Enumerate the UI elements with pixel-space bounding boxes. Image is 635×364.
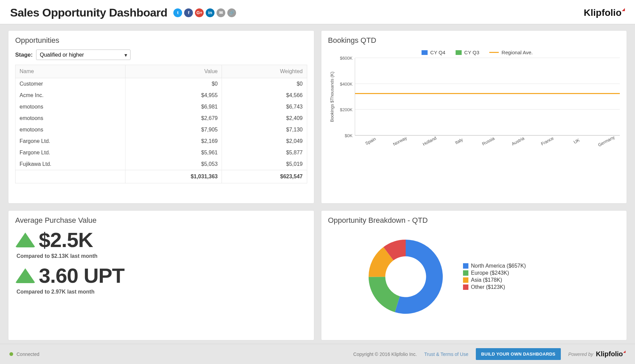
cell-weighted: $7,130	[222, 124, 307, 135]
share-icons: tfG+in✉🔗	[173, 8, 236, 17]
powered-by-label: Powered by	[568, 352, 593, 357]
cell-weighted: $4,566	[222, 90, 307, 101]
bookings-ylabel: Bookings $Thousands (K)	[328, 50, 335, 144]
page-title: Sales Opportunity Dashboard	[10, 6, 167, 19]
x-tick: Norway	[388, 133, 412, 149]
bookings-plot: $0K$200K$400K$600K	[335, 58, 620, 135]
cell-name: emotoons	[16, 113, 125, 124]
legend-item[interactable]: CY Q4	[422, 50, 445, 55]
trend-up-icon	[15, 233, 35, 247]
brand-logo-small: Klipfolio	[596, 350, 626, 358]
stage-select[interactable]: Qualified or higher	[36, 50, 131, 60]
terms-link[interactable]: Trust & Terms of Use	[424, 352, 468, 357]
total-weighted: $623,547	[222, 170, 307, 183]
legend-item[interactable]: North America ($657K)	[463, 263, 526, 269]
apv-compare-1: Compared to $2.13K last month	[17, 253, 307, 259]
dashboard-grid: Opportunities Stage: Qualified or higher…	[0, 24, 635, 344]
trend-up-icon	[15, 268, 35, 283]
build-dashboards-button[interactable]: BUILD YOUR OWN DASHBOARDS	[476, 348, 561, 360]
cell-name: Fargone Ltd.	[16, 135, 125, 147]
breakdown-title: Opportunity Breakdown - QTD	[328, 216, 620, 225]
link-icon[interactable]: 🔗	[227, 8, 236, 17]
cell-value: $2,169	[125, 135, 222, 147]
cell-value: $4,955	[125, 90, 222, 101]
connected-indicator-icon	[9, 352, 13, 356]
cell-weighted: $5,877	[222, 147, 307, 158]
total-value: $1,031,363	[125, 170, 222, 183]
cell-weighted: $0	[222, 78, 307, 90]
top-bar: Sales Opportunity Dashboard tfG+in✉🔗 Kli…	[0, 0, 635, 24]
x-tick: Spain	[359, 133, 382, 149]
copyright-text: Copyright © 2016 Klipfolio Inc.	[353, 352, 417, 357]
table-row[interactable]: Fujikawa Ltd.$5,053$5,019	[16, 158, 307, 170]
linkedin-icon[interactable]: in	[206, 8, 214, 17]
table-row[interactable]: Acme Inc.$4,955$4,566	[16, 90, 307, 101]
apv-title: Average Purchase Value	[15, 216, 307, 225]
x-tick: Italy	[447, 133, 471, 149]
googleplus-icon[interactable]: G+	[195, 8, 204, 17]
x-tick: Austria	[506, 133, 530, 149]
legend-item[interactable]: Other ($123K)	[463, 284, 526, 290]
table-row[interactable]: Fargone Ltd.$2,169$2,049	[16, 135, 307, 147]
cell-weighted: $2,409	[222, 113, 307, 124]
breakdown-legend: North America ($657K)Europe ($243K)Asia …	[463, 262, 526, 291]
reference-line	[355, 93, 620, 94]
apv-value-1: $2.5K	[39, 230, 93, 250]
x-tick: Russia	[477, 133, 500, 149]
bookings-title: Bookings QTD	[328, 36, 620, 45]
apv-value-2: 3.60 UPT	[39, 265, 124, 286]
cell-value: $7,905	[125, 124, 222, 135]
footer-bar: Connected Copyright © 2016 Klipfolio Inc…	[0, 344, 635, 364]
cell-value: $0	[125, 78, 222, 90]
opportunities-title: Opportunities	[15, 36, 307, 45]
cell-name: emotoons	[16, 101, 125, 113]
table-row[interactable]: Fargone Ltd.$5,961$5,877	[16, 147, 307, 158]
legend-item[interactable]: Europe ($243K)	[463, 270, 526, 276]
col-name[interactable]: Name	[16, 65, 125, 78]
apv-compare-2: Compared to 2.97K last month	[17, 289, 307, 295]
legend-item[interactable]: CY Q3	[456, 50, 480, 55]
cell-value: $2,679	[125, 113, 222, 124]
legend-item[interactable]: Regional Ave.	[489, 50, 532, 55]
twitter-icon[interactable]: t	[173, 8, 182, 17]
cell-name: Fujikawa Ltd.	[16, 158, 125, 170]
cell-value: $6,981	[125, 101, 222, 113]
email-icon[interactable]: ✉	[217, 8, 225, 17]
col-value[interactable]: Value	[125, 65, 222, 78]
cell-value: $5,053	[125, 158, 222, 170]
bookings-legend: CY Q4CY Q3Regional Ave.	[335, 50, 620, 55]
opportunities-table: Name Value Weighted Customer$0$0Acme Inc…	[15, 65, 307, 183]
x-tick: France	[536, 133, 559, 149]
table-row[interactable]: emotoons$2,679$2,409	[16, 113, 307, 124]
cell-weighted: $2,049	[222, 135, 307, 147]
cell-weighted: $5,019	[222, 158, 307, 170]
apv-card: Average Purchase Value $2.5K Compared to…	[8, 210, 314, 341]
table-row[interactable]: Customer$0$0	[16, 78, 307, 90]
facebook-icon[interactable]: f	[184, 8, 193, 17]
brand-logo: Klipfolio	[584, 7, 625, 18]
bookings-card: Bookings QTD Bookings $Thousands (K) CY …	[321, 30, 627, 204]
x-tick: UK	[565, 133, 589, 149]
cell-value: $5,961	[125, 147, 222, 158]
opportunities-card: Opportunities Stage: Qualified or higher…	[8, 30, 314, 204]
bookings-xaxis: SpainNorwayHollandItalyRussiaAustriaFran…	[355, 135, 620, 144]
breakdown-donut	[362, 233, 450, 321]
donut-slice[interactable]	[369, 277, 400, 312]
x-tick: Germany	[595, 133, 618, 149]
table-row[interactable]: emotoons$7,905$7,130	[16, 124, 307, 135]
legend-item[interactable]: Asia ($178K)	[463, 277, 526, 283]
cell-name: emotoons	[16, 124, 125, 135]
breakdown-card: Opportunity Breakdown - QTD North Americ…	[321, 210, 627, 341]
cell-weighted: $6,743	[222, 101, 307, 113]
table-row[interactable]: emotoons$6,981$6,743	[16, 101, 307, 113]
cell-name: Fargone Ltd.	[16, 147, 125, 158]
connected-label: Connected	[17, 352, 39, 357]
cell-name: Acme Inc.	[16, 90, 125, 101]
x-tick: Holland	[418, 133, 441, 149]
col-weighted[interactable]: Weighted	[222, 65, 307, 78]
cell-name: Customer	[16, 78, 125, 90]
stage-label: Stage:	[15, 52, 33, 58]
